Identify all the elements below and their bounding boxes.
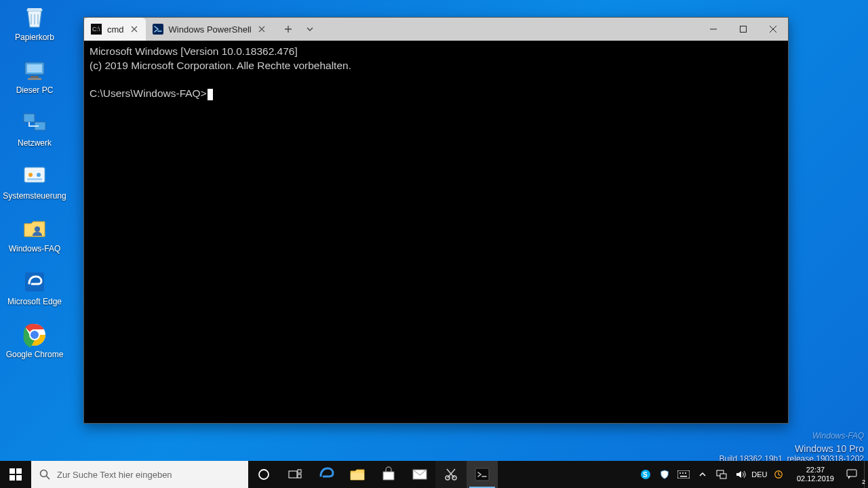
svg-rect-2 — [31, 76, 39, 78]
cortana-button[interactable] — [248, 461, 279, 488]
search-icon — [39, 469, 50, 480]
tray-language-icon[interactable]: DEU — [753, 468, 766, 481]
taskbar-app-edge[interactable] — [311, 461, 342, 488]
chrome-icon — [21, 321, 48, 348]
tab-close-button[interactable] — [257, 24, 267, 34]
task-view-icon — [288, 469, 302, 480]
svg-point-23 — [259, 470, 269, 479]
close-button[interactable] — [758, 18, 788, 41]
watermark-edition: Windows 10 Pro — [719, 443, 864, 454]
window-controls — [698, 18, 788, 41]
tab-label: Windows PowerShell — [169, 24, 252, 35]
tab-powershell[interactable]: Windows PowerShell — [146, 18, 273, 41]
tray-network-icon[interactable] — [715, 468, 728, 481]
powershell-icon — [153, 24, 163, 35]
svg-rect-4 — [24, 114, 35, 122]
desktop-icon-netzwerk[interactable]: Netzwerk — [4, 110, 65, 148]
desktop-icon-label: Google Chrome — [6, 350, 64, 359]
tray-keyboard-icon[interactable] — [677, 468, 690, 481]
clock-date: 02.12.2019 — [797, 474, 834, 483]
clock-time: 22:37 — [806, 466, 825, 474]
tray-update-icon[interactable] — [772, 468, 785, 481]
desktop-icon-papierkorb[interactable]: Papierkorb — [4, 4, 65, 42]
terminal-icon — [474, 466, 490, 483]
desktop-icon-microsoft-edge[interactable]: Microsoft Edge — [4, 268, 65, 306]
svg-point-37 — [685, 472, 686, 474]
task-view-button[interactable] — [279, 461, 311, 488]
minimize-button[interactable] — [698, 18, 728, 41]
desktop-watermark: Windows-FAQ Windows 10 Pro Build 18362.1… — [719, 431, 864, 464]
terminal-cursor — [208, 89, 213, 100]
window-titlebar[interactable]: C:\ cmd Windows PowerShell — [84, 18, 788, 41]
mail-icon — [412, 466, 428, 483]
desktop-icon-dieser-pc[interactable]: Dieser PC — [4, 57, 65, 95]
taskbar-clock[interactable]: 22:37 02.12.2019 — [791, 461, 840, 488]
svg-point-8 — [37, 173, 41, 177]
svg-rect-25 — [298, 470, 301, 473]
terminal-prompt: C:\Users\Windows-FAQ> — [90, 87, 207, 99]
cmd-icon: C:\ — [91, 24, 102, 35]
svg-point-22 — [41, 470, 47, 477]
svg-rect-21 — [16, 475, 22, 481]
tab-close-button[interactable] — [130, 24, 139, 34]
svg-point-10 — [35, 226, 40, 232]
tray-volume-icon[interactable] — [734, 468, 747, 481]
svg-rect-18 — [9, 468, 15, 474]
taskbar-app-explorer[interactable] — [342, 461, 373, 488]
desktop-icon-label: Papierkorb — [15, 33, 54, 42]
svg-rect-9 — [27, 178, 42, 180]
maximize-button[interactable] — [728, 18, 758, 41]
terminal-line: Microsoft Windows [Version 10.0.18362.47… — [90, 45, 298, 57]
desktop-icon-label: Microsoft Edge — [7, 297, 62, 306]
system-tray: S DEU — [633, 461, 791, 488]
taskbar-app-terminal[interactable] — [467, 461, 498, 488]
svg-rect-34 — [677, 470, 690, 479]
tray-chevron-up-icon[interactable] — [696, 468, 709, 481]
tray-defender-icon[interactable] — [658, 468, 671, 481]
taskbar-app-store[interactable] — [373, 461, 404, 488]
watermark-faq: Windows-FAQ — [719, 431, 864, 441]
svg-rect-3 — [28, 78, 41, 80]
svg-rect-24 — [289, 471, 297, 478]
windows-logo-icon — [9, 468, 22, 481]
taskbar-app-mail[interactable] — [404, 461, 435, 488]
terminal-window: C:\ cmd Windows PowerShell — [83, 17, 789, 424]
svg-rect-27 — [351, 473, 364, 480]
svg-rect-17 — [741, 26, 747, 33]
action-center-button[interactable]: 2 — [840, 461, 864, 488]
tab-cmd[interactable]: C:\ cmd — [84, 18, 146, 41]
svg-rect-40 — [720, 474, 726, 479]
svg-text:S: S — [643, 471, 648, 479]
svg-rect-20 — [9, 475, 15, 481]
desktop-icon-systemsteuerung[interactable]: Systemsteuerung — [4, 163, 65, 201]
store-icon — [380, 466, 397, 483]
desktop-icon-label: Windows-FAQ — [9, 244, 61, 253]
taskbar-search[interactable]: Zur Suche Text hier eingeben — [31, 461, 248, 488]
svg-point-7 — [28, 173, 33, 177]
taskbar-app-snip[interactable] — [435, 461, 467, 488]
start-button[interactable] — [0, 461, 31, 488]
tab-dropdown-button[interactable] — [300, 20, 319, 39]
taskbar-spacer — [498, 461, 633, 488]
desktop-icon-google-chrome[interactable]: Google Chrome — [4, 321, 65, 359]
notification-icon — [846, 468, 858, 481]
svg-point-35 — [679, 472, 681, 474]
svg-point-36 — [682, 472, 684, 474]
control-panel-icon — [21, 163, 48, 190]
recycle-bin-icon — [21, 4, 48, 31]
file-explorer-icon — [349, 466, 366, 483]
terminal-output[interactable]: Microsoft Windows [Version 10.0.18362.47… — [84, 41, 788, 106]
this-pc-icon — [21, 57, 48, 84]
search-placeholder: Zur Suche Text hier eingeben — [57, 470, 172, 480]
svg-rect-26 — [298, 474, 301, 478]
desktop-icon-windows-faq[interactable]: Windows-FAQ — [4, 216, 65, 253]
network-icon — [21, 110, 48, 137]
new-tab-button[interactable] — [279, 20, 298, 39]
tray-skype-icon[interactable]: S — [639, 468, 652, 481]
tab-label: cmd — [107, 24, 124, 35]
svg-rect-19 — [16, 468, 22, 474]
svg-rect-31 — [475, 468, 489, 481]
svg-rect-42 — [847, 470, 856, 476]
svg-text:C:\: C:\ — [92, 26, 100, 33]
terminal-line: (c) 2019 Microsoft Corporation. Alle Rec… — [90, 60, 351, 71]
